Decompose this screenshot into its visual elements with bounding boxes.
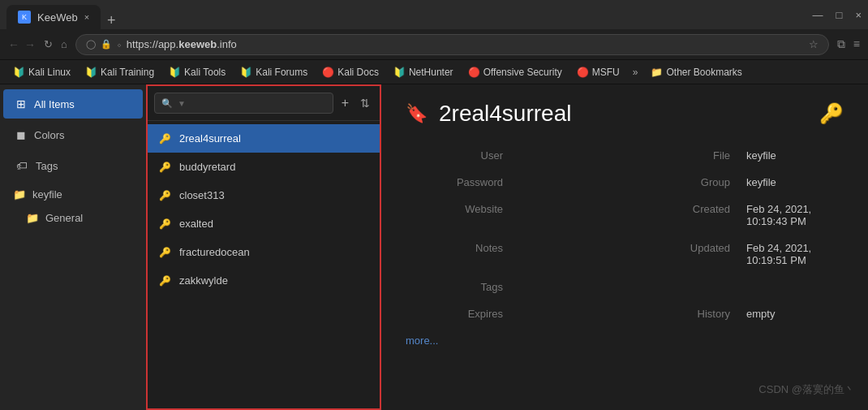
list-panel: 🔍 ▼ + ⇅ 🔑 2real4surreal 🔑 buddyretard 🔑 … <box>146 84 381 410</box>
sidebar-item-tags[interactable]: 🏷 Tags <box>3 151 143 180</box>
list-item-fracturedocean[interactable]: 🔑 fracturedocean <box>148 238 380 266</box>
restore-btn[interactable]: □ <box>836 9 843 21</box>
notes-value[interactable] <box>519 239 617 270</box>
kali-training-icon: 🔰 <box>85 67 97 78</box>
item-label-closet313: closet313 <box>179 189 225 201</box>
bookmark-kali-docs[interactable]: 🔴 Kali Docs <box>316 64 385 80</box>
item-label-exalted: exalted <box>179 218 213 230</box>
msfu-icon: 🔴 <box>577 67 589 78</box>
msfu-label: MSFU <box>592 67 620 78</box>
bookmark-kali-tools[interactable]: 🔰 Kali Tools <box>162 64 232 80</box>
other-bookmarks[interactable]: 📁 Other Bookmarks <box>644 64 748 80</box>
detail-bookmark-icon: 🔖 <box>406 103 428 124</box>
reload-btn[interactable]: ↻ <box>44 38 53 50</box>
kali-tools-label: Kali Tools <box>184 67 226 78</box>
bookmark-nethunter[interactable]: 🔰 NetHunter <box>387 64 460 80</box>
offensive-security-icon: 🔴 <box>468 67 480 78</box>
minimize-btn[interactable]: — <box>813 9 823 21</box>
watermark: CSDN @落寞的鱼丶 <box>758 382 855 397</box>
kali-training-label: Kali Training <box>101 67 154 78</box>
extensions-icon[interactable]: ⧉ <box>837 37 845 51</box>
folder-closed-icon: 📁 <box>13 188 26 201</box>
list-item-buddyretard[interactable]: 🔑 buddyretard <box>148 153 380 181</box>
tab-bar: K KeeWeb × + <box>6 0 122 29</box>
new-tab-btn[interactable]: + <box>101 12 122 29</box>
history-label: History <box>633 304 730 323</box>
key-item-icon-2: 🔑 <box>159 162 171 173</box>
detail-panel: 🔖 2real4surreal 🔑 User File keyfile Pass… <box>381 84 868 410</box>
list-item-zakkwylde[interactable]: 🔑 zakkwylde <box>148 266 380 295</box>
tags-label: Tags <box>36 160 58 172</box>
key-item-icon-3: 🔑 <box>159 190 171 201</box>
detail-header: 🔖 2real4surreal 🔑 <box>406 101 844 127</box>
back-btn[interactable]: ← <box>8 38 19 51</box>
bookmark-star-icon[interactable]: ☆ <box>809 38 819 50</box>
items-list: 🔑 2real4surreal 🔑 buddyretard 🔑 closet31… <box>148 121 380 408</box>
active-tab[interactable]: K KeeWeb × <box>6 5 101 29</box>
list-item-closet313[interactable]: 🔑 closet313 <box>148 181 380 209</box>
user-value[interactable] <box>519 146 617 165</box>
list-item-2real4surreal[interactable]: 🔑 2real4surreal <box>148 124 380 153</box>
all-items-label: All Items <box>34 98 75 110</box>
detail-key-icon: 🔑 <box>819 102 844 125</box>
nethunter-label: NetHunter <box>409 67 453 78</box>
kali-docs-icon: 🔴 <box>322 67 334 78</box>
add-item-btn[interactable]: + <box>338 94 352 112</box>
updated-value: Feb 24, 2021, 10:19:51 PM <box>746 239 844 270</box>
search-icon: 🔍 <box>161 98 173 109</box>
group-label: Group <box>633 173 730 192</box>
nethunter-icon: 🔰 <box>393 67 406 78</box>
lock-icon: 🔒 <box>101 39 112 50</box>
password-label: Password <box>406 173 503 192</box>
item-label-buddyretard: buddyretard <box>179 161 235 173</box>
address-bar[interactable]: ◯ 🔒 ⬦ https://app.keeweb.info ☆ <box>75 34 829 55</box>
key-item-icon-5: 🔑 <box>159 247 171 258</box>
colors-label: Colors <box>34 129 65 141</box>
close-btn[interactable]: × <box>855 9 862 21</box>
nav-right-icons: ⧉ ≡ <box>837 37 860 51</box>
bookmark-kali-linux[interactable]: 🔰 Kali Linux <box>6 64 77 80</box>
sidebar-subfolder-general[interactable]: 📁 General <box>0 207 146 229</box>
key-item-icon-4: 🔑 <box>159 218 171 230</box>
general-label: General <box>45 212 83 224</box>
kali-forums-icon: 🔰 <box>240 67 252 78</box>
key-icon: ⬦ <box>117 40 122 49</box>
updated-label: Updated <box>633 239 730 270</box>
sort-btn[interactable]: ⇅ <box>357 95 373 111</box>
expires-value[interactable] <box>519 304 617 323</box>
home-btn[interactable]: ⌂ <box>61 38 67 50</box>
history-value: empty <box>746 304 844 323</box>
list-item-exalted[interactable]: 🔑 exalted <box>148 209 380 238</box>
kali-docs-label: Kali Docs <box>337 67 379 78</box>
empty-val <box>746 278 844 296</box>
search-dropdown-icon: ▼ <box>178 99 186 108</box>
address-url: https://app.keeweb.info <box>127 38 237 50</box>
bookmark-kali-training[interactable]: 🔰 Kali Training <box>79 64 161 80</box>
search-box[interactable]: 🔍 ▼ <box>154 93 333 114</box>
menu-icon[interactable]: ≡ <box>853 37 860 51</box>
keeweb-favicon: K <box>18 11 31 24</box>
created-label: Created <box>633 200 730 231</box>
bookmark-kali-forums[interactable]: 🔰 Kali Forums <box>234 64 314 80</box>
sidebar-folder-keyfile[interactable]: 📁 keyfile <box>0 182 146 207</box>
user-label: User <box>406 146 503 165</box>
key-item-icon-6: 🔑 <box>159 275 171 287</box>
tags-label: Tags <box>406 278 503 296</box>
detail-title: 2real4surreal <box>439 101 571 127</box>
item-label-zakkwylde: zakkwylde <box>179 274 228 287</box>
file-value: keyfile <box>746 146 844 165</box>
password-value[interactable] <box>519 173 617 192</box>
tags-value[interactable] <box>519 278 617 296</box>
sidebar-item-all-items[interactable]: ⊞ All Items <box>3 89 143 119</box>
list-toolbar: 🔍 ▼ + ⇅ <box>148 86 380 121</box>
bookmarks-more-btn[interactable]: » <box>628 64 643 80</box>
app-layout: ⊞ All Items ◼ Colors 🏷 Tags 📁 keyfile 📁 … <box>0 84 868 410</box>
bookmark-msfu[interactable]: 🔴 MSFU <box>570 64 626 80</box>
tab-close-btn[interactable]: × <box>84 12 89 22</box>
forward-btn[interactable]: → <box>24 38 36 51</box>
sidebar-item-colors[interactable]: ◼ Colors <box>3 120 143 149</box>
more-label[interactable]: more... <box>406 331 503 350</box>
bookmark-offensive-security[interactable]: 🔴 Offensive Security <box>462 64 569 80</box>
website-value[interactable] <box>519 200 617 231</box>
file-label: File <box>633 146 730 165</box>
